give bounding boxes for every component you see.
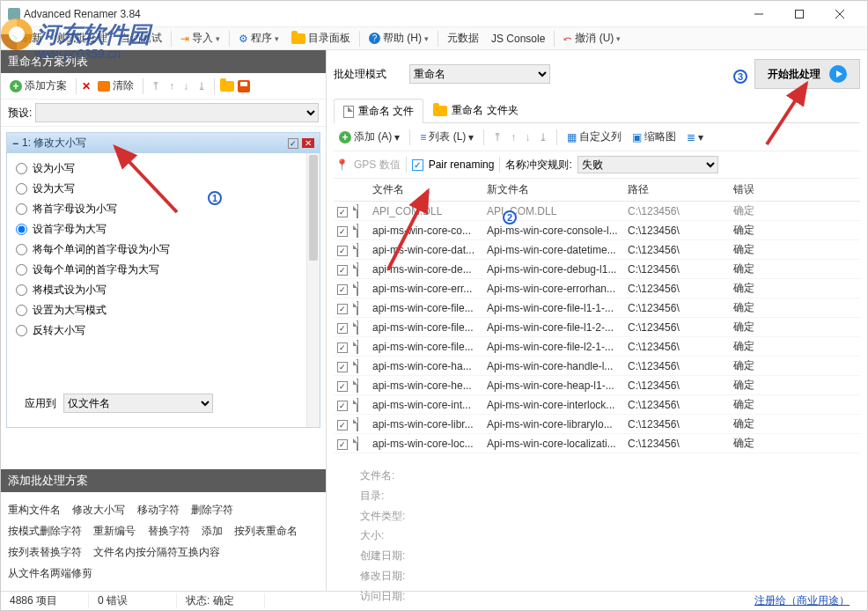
menu-undo[interactable]: ⤺撤消 (U)▾ <box>558 28 626 48</box>
clear-methods-button[interactable]: 清除 <box>94 77 137 95</box>
row-checkbox[interactable]: ✓ <box>337 323 348 334</box>
menu-jsconsole[interactable]: JS Console <box>486 30 550 48</box>
col-filename[interactable]: 文件名 <box>369 179 483 202</box>
table-row[interactable]: ✓API_COM.DLLAPI_COM.DLLC:\123456\确定 <box>334 202 860 221</box>
row-checkbox[interactable]: ✓ <box>337 265 348 276</box>
table-row[interactable]: ✓api-ms-win-core-libr...Api-ms-win-core-… <box>334 415 860 434</box>
annotation-2: 2 <box>503 210 517 225</box>
display-mode-button[interactable]: ≣▾ <box>683 129 707 145</box>
link-rebuild[interactable]: 重构文件名 <box>8 504 61 516</box>
link-listrename[interactable]: 按列表重命名 <box>234 525 298 537</box>
row-checkbox[interactable]: ✓ <box>337 439 348 450</box>
row-checkbox[interactable]: ✓ <box>337 362 348 372</box>
move-top-button[interactable]: ⤒ <box>149 80 163 92</box>
radio-invert[interactable] <box>16 325 27 336</box>
method-enable-checkbox[interactable]: ✓ <box>288 138 298 149</box>
row-checkbox[interactable]: ✓ <box>337 342 348 353</box>
menu-metadata[interactable]: 元数据 <box>442 28 484 48</box>
table-row[interactable]: ✓api-ms-win-core-loc...Api-ms-win-core-l… <box>334 434 860 453</box>
pair-renaming-checkbox[interactable]: ✓ <box>412 159 423 171</box>
conflict-rule-select[interactable]: 失败 <box>577 156 718 173</box>
custom-columns-button[interactable]: ▦自定义列 <box>563 128 625 146</box>
method-header[interactable]: − 1: 修改大小写 ✓ ✕ <box>7 133 320 153</box>
table-row[interactable]: ✓api-ms-win-core-de...Api-ms-win-core-de… <box>334 260 860 279</box>
row-checkbox[interactable]: ✓ <box>337 284 348 295</box>
delete-method-button[interactable]: ✕ <box>82 80 91 92</box>
list-button[interactable]: ≡列表 (L)▾ <box>416 128 477 146</box>
table-row[interactable]: ✓api-ms-win-core-ha...Api-ms-win-core-ha… <box>334 357 860 376</box>
status-items: 4886 项目 <box>1 593 89 608</box>
radio-pattern-upper[interactable] <box>16 305 27 316</box>
menu-program[interactable]: ⚙程序▾ <box>233 28 284 48</box>
method-close-button[interactable]: ✕ <box>302 138 314 148</box>
link-add[interactable]: 添加 <box>202 525 223 537</box>
method-scrollbar[interactable] <box>306 153 320 427</box>
radio-first-lower[interactable] <box>16 203 27 215</box>
tab-rename-folders[interactable]: 重命名 文件夹 <box>423 98 527 122</box>
col-path[interactable]: 路径 <box>624 179 730 202</box>
link-move[interactable]: 移动字符 <box>137 504 180 516</box>
minimize-button[interactable] <box>739 2 779 26</box>
menu-test[interactable]: 测试批处理 <box>49 28 113 48</box>
move-bottom-button[interactable]: ⤓ <box>195 80 209 92</box>
row-checkbox[interactable]: ✓ <box>337 401 348 411</box>
table-row[interactable]: ✓api-ms-win-core-file...Api-ms-win-core-… <box>334 318 860 337</box>
move-down-button[interactable]: ↓ <box>180 80 191 92</box>
row-checkbox[interactable]: ✓ <box>337 420 348 431</box>
link-swap[interactable]: 文件名内按分隔符互换内容 <box>93 546 220 558</box>
radio-each-word-lower[interactable] <box>16 244 27 255</box>
menu-autotest[interactable]: 自动测试 <box>114 28 167 48</box>
table-row[interactable]: ✓api-ms-win-core-co...Api-ms-win-core-co… <box>334 221 860 240</box>
file-move-top[interactable]: ⤒ <box>490 131 504 144</box>
table-row[interactable]: ✓api-ms-win-core-err...Api-ms-win-core-e… <box>334 279 860 298</box>
gps-label: GPS 数值 <box>354 158 401 173</box>
methods-pane: 重命名方案列表 +添加方案 ✕ 清除 ⤒ ↑ ↓ ⤓ 预设: − 1: 修改大小… <box>1 50 327 591</box>
preset-select[interactable] <box>35 103 319 122</box>
table-row[interactable]: ✓api-ms-win-core-int...Api-ms-win-core-i… <box>334 395 860 415</box>
row-checkbox[interactable]: ✓ <box>337 381 348 392</box>
file-move-bottom[interactable]: ⤓ <box>536 131 550 144</box>
menu-help[interactable]: ?帮助 (H)▾ <box>364 28 434 48</box>
menu-refresh[interactable]: ⟳刷新 <box>4 28 48 48</box>
open-preset-button[interactable] <box>220 81 234 92</box>
add-method-button[interactable]: +添加方案 <box>6 77 70 95</box>
col-error[interactable]: 错误 <box>730 179 860 202</box>
table-row[interactable]: ✓api-ms-win-core-file...Api-ms-win-core-… <box>334 298 860 318</box>
applyto-select[interactable]: 仅文件名 <box>63 394 213 413</box>
link-replace[interactable]: 替换字符 <box>148 525 190 537</box>
mode-select[interactable]: 重命名 <box>409 64 550 84</box>
maximize-button[interactable] <box>779 2 820 26</box>
menu-dirpanel[interactable]: 目录面板 <box>286 28 356 48</box>
radio-uppercase[interactable] <box>16 183 27 195</box>
link-delete[interactable]: 删除字符 <box>191 504 233 516</box>
col-newfilename[interactable]: 新文件名 <box>483 179 624 202</box>
radio-first-upper[interactable] <box>16 224 27 235</box>
row-checkbox[interactable]: ✓ <box>337 304 348 314</box>
radio-each-word-upper[interactable] <box>16 264 27 276</box>
menu-import[interactable]: ⇥导入▾ <box>175 28 225 48</box>
file-move-up[interactable]: ↑ <box>508 131 519 144</box>
link-listreplace[interactable]: 按列表替换字符 <box>8 546 82 558</box>
move-up-button[interactable]: ↑ <box>166 80 177 92</box>
table-row[interactable]: ✓api-ms-win-core-he...Api-ms-win-core-he… <box>334 376 860 395</box>
radio-pattern-lower[interactable] <box>16 284 27 296</box>
link-trim[interactable]: 从文件名两端修剪 <box>8 567 92 579</box>
register-link[interactable]: 注册给（商业用途） <box>754 593 867 608</box>
table-row[interactable]: ✓api-ms-win-core-dat...Api-ms-win-core-d… <box>334 240 860 260</box>
file-icon <box>357 398 358 412</box>
row-checkbox[interactable]: ✓ <box>337 207 348 217</box>
table-row[interactable]: ✓api-ms-win-core-file...Api-ms-win-core-… <box>334 337 860 357</box>
radio-lowercase[interactable] <box>16 163 27 174</box>
save-preset-button[interactable] <box>238 80 250 92</box>
tab-rename-files[interactable]: 重命名 文件 <box>334 99 423 123</box>
link-renumber[interactable]: 重新编号 <box>93 525 136 537</box>
add-files-button[interactable]: +添加 (A)▾ <box>335 128 403 146</box>
row-checkbox[interactable]: ✓ <box>337 246 348 256</box>
start-batch-button[interactable]: 开始批处理 <box>754 59 860 89</box>
close-button[interactable] <box>820 2 860 26</box>
thumbnails-button[interactable]: ▣缩略图 <box>629 128 680 146</box>
link-deletepattern[interactable]: 按模式删除字符 <box>8 525 82 537</box>
row-checkbox[interactable]: ✓ <box>337 226 348 237</box>
file-move-down[interactable]: ↓ <box>522 131 533 144</box>
link-changecase[interactable]: 修改大小写 <box>72 504 125 516</box>
